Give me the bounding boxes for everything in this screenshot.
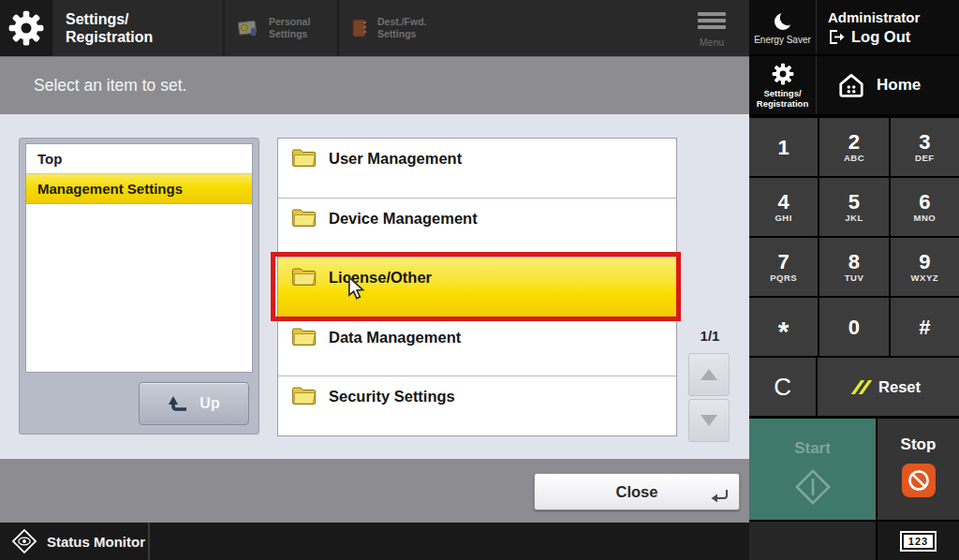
instruction-bar: Select an item to set.	[0, 56, 749, 114]
keypad-2[interactable]: 2ABC	[819, 118, 888, 176]
status-monitor-button[interactable]: Status Monitor	[0, 523, 150, 560]
down-triangle-icon	[701, 415, 717, 426]
keypad-footer-spacer	[749, 522, 876, 560]
keypad-hash[interactable]: #	[891, 298, 959, 356]
page-title: Settings/ Registration	[66, 0, 223, 56]
personal-settings-icon	[236, 18, 260, 38]
logout-label: Log Out	[851, 28, 910, 46]
status-monitor-icon	[11, 528, 37, 554]
tab-personal-settings-label: Personal Settings	[269, 16, 310, 40]
start-diamond-icon	[793, 467, 833, 507]
energy-saver-label: Energy Saver	[754, 35, 811, 45]
stop-label: Stop	[901, 435, 937, 454]
pagination: 1/1	[688, 328, 731, 445]
up-triangle-icon	[701, 369, 717, 380]
folder-icon	[291, 386, 317, 405]
tree-item-top[interactable]: Top	[26, 144, 252, 174]
home-label: Home	[877, 76, 921, 95]
page-up-button[interactable]	[688, 353, 730, 396]
logged-in-user: Administrator	[828, 9, 959, 25]
start-button[interactable]: Start	[749, 419, 876, 520]
footer-strip: Close	[0, 459, 749, 523]
keypad-7[interactable]: 7PQRS	[749, 238, 818, 296]
folder-label: Data Management	[329, 329, 461, 346]
reset-label: Reset	[878, 378, 921, 396]
gear-icon	[7, 8, 46, 48]
folder-icon	[291, 208, 317, 228]
folder-item-device-management[interactable]: Device Management	[278, 199, 676, 258]
keypad-star[interactable]: *	[749, 298, 818, 356]
keypad-3[interactable]: 3DEF	[891, 118, 959, 176]
tree-list: Top Management Settings	[25, 143, 253, 373]
tree-panel: Top Management Settings Up	[19, 138, 259, 435]
reset-button[interactable]: Reset	[818, 358, 959, 416]
settings-gear-block	[0, 0, 52, 56]
folder-label: Security Settings	[329, 388, 455, 405]
folder-icon	[291, 327, 317, 346]
page-down-button[interactable]	[688, 399, 730, 442]
stop-icon	[902, 464, 936, 497]
gear-icon	[771, 62, 795, 86]
instruction-text: Select an item to set.	[34, 76, 186, 96]
home-button[interactable]: Home	[817, 56, 959, 114]
main-column: Settings/ Registration Personal Settings	[0, 0, 749, 560]
folder-item-license-other[interactable]: License/Other	[278, 258, 676, 317]
clear-button[interactable]: C	[749, 358, 816, 416]
page-indicator: 1/1	[688, 328, 731, 344]
keypad-0[interactable]: 0	[819, 298, 888, 356]
hamburger-icon	[698, 9, 726, 32]
tab-dest-fwd-settings[interactable]: Dest./Fwd. Settings	[339, 0, 459, 56]
folder-label: Device Management	[329, 210, 478, 228]
folder-list: User Management Device Management Licens…	[277, 138, 677, 436]
tab-dest-fwd-settings-label: Dest./Fwd. Settings	[377, 16, 427, 40]
close-button-label: Close	[616, 483, 658, 501]
menu-button[interactable]: Menu	[674, 0, 749, 56]
folder-label: User Management	[329, 150, 462, 168]
reset-slashes-icon	[851, 380, 873, 394]
settings-registration-label: Settings/ Registration	[757, 88, 808, 109]
up-arrow-icon	[168, 395, 188, 412]
status-bar: Status Monitor	[0, 523, 749, 560]
keyboard-123-icon: 123	[900, 531, 937, 552]
folder-item-user-management[interactable]: User Management	[278, 139, 676, 199]
tree-item-label: Management Settings	[37, 181, 183, 197]
keypad-4[interactable]: 4GHI	[749, 178, 818, 236]
tree-item-management-settings[interactable]: Management Settings	[26, 174, 252, 204]
folder-label: License/Other	[329, 269, 432, 287]
tab-personal-settings[interactable]: Personal Settings	[225, 0, 337, 56]
keypad-1[interactable]: 1	[749, 118, 818, 176]
hardkey-panel: Energy Saver Administrator Log Out	[749, 0, 959, 560]
start-label: Start	[794, 439, 831, 458]
keypad-8[interactable]: 8TUV	[819, 238, 888, 296]
session-area: Administrator Log Out	[817, 0, 959, 54]
folder-item-data-management[interactable]: Data Management	[278, 317, 676, 377]
stop-button[interactable]: Stop	[878, 419, 959, 520]
settings-panel: Top Management Settings Up	[0, 114, 749, 459]
moon-icon	[771, 10, 795, 33]
status-monitor-label: Status Monitor	[47, 534, 145, 550]
mouse-cursor-icon	[347, 276, 365, 301]
up-button[interactable]: Up	[139, 382, 249, 425]
top-bar: Settings/ Registration Personal Settings	[0, 0, 749, 56]
logout-door-icon	[828, 29, 845, 45]
return-arrow-icon	[711, 489, 730, 504]
logout-button[interactable]: Log Out	[828, 28, 959, 46]
energy-saver-button[interactable]: Energy Saver	[749, 0, 817, 54]
up-button-label: Up	[199, 395, 219, 412]
close-button[interactable]: Close	[534, 473, 740, 510]
keypad-6[interactable]: 6MNO	[891, 178, 959, 236]
home-icon	[837, 72, 865, 98]
settings-registration-button[interactable]: Settings/ Registration	[749, 56, 817, 114]
folder-icon	[291, 148, 317, 168]
numeric-keyboard-toggle[interactable]: 123	[878, 522, 959, 560]
tree-item-label: Top	[37, 151, 62, 167]
folder-icon	[291, 267, 317, 287]
keypad-9[interactable]: 9WXYZ	[891, 238, 959, 296]
keypad-5[interactable]: 5JKL	[819, 178, 888, 236]
address-book-icon	[350, 18, 369, 38]
menu-label: Menu	[700, 37, 724, 48]
device-screen: Settings/ Registration Personal Settings	[0, 0, 959, 560]
folder-item-security-settings[interactable]: Security Settings	[278, 376, 676, 435]
